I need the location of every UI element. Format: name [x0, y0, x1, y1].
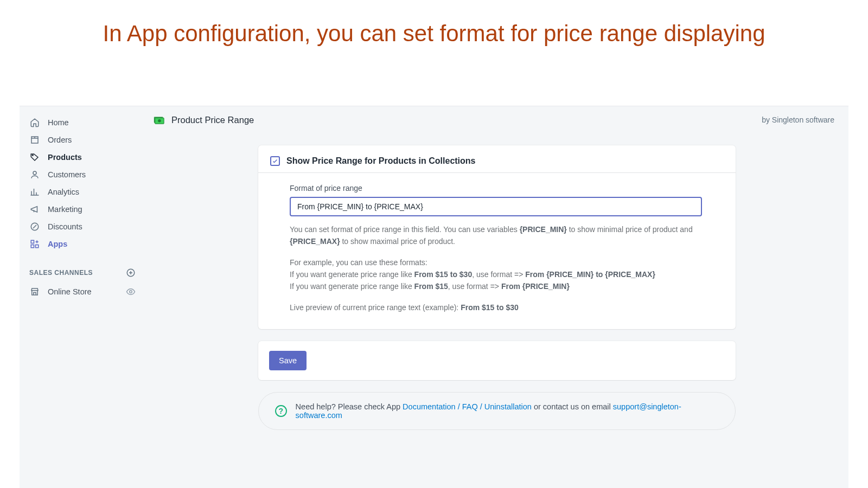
marketing-icon: [29, 204, 40, 215]
section-label: SALES CHANNELS: [29, 269, 93, 277]
sidebar: Home Orders Products Customers: [20, 106, 145, 488]
sidebar-item-online-store[interactable]: Online Store: [25, 282, 140, 301]
app-frame: Home Orders Products Customers: [20, 106, 848, 488]
page-headline: In App configuration, you can set format…: [0, 0, 868, 59]
svg-rect-4: [36, 245, 39, 248]
online-store-icon: [29, 286, 40, 297]
sidebar-item-label: Products: [48, 153, 82, 162]
app-title: Product Price Range: [171, 115, 254, 125]
format-help-text: You can set format of price range in thi…: [290, 224, 702, 314]
save-card: Save: [258, 341, 736, 380]
sidebar-item-label: Marketing: [48, 205, 82, 214]
format-input[interactable]: [290, 197, 702, 216]
sidebar-item-products[interactable]: Products: [25, 149, 140, 166]
svg-point-0: [32, 155, 33, 156]
help-text-prefix: Need help? Please check App: [296, 402, 403, 411]
sidebar-item-home[interactable]: Home: [25, 114, 140, 131]
sidebar-item-label: Home: [48, 118, 69, 127]
svg-point-10: [158, 119, 161, 123]
sidebar-item-label: Customers: [48, 170, 86, 179]
config-card-title: Show Price Range for Products in Collect…: [286, 156, 476, 166]
format-field-label: Format of price range: [290, 184, 725, 192]
sidebar-item-analytics[interactable]: Analytics: [25, 183, 140, 201]
save-button[interactable]: Save: [269, 351, 307, 370]
main-area: Product Price Range by Singleton softwar…: [145, 106, 848, 488]
help-bar: ? Need help? Please check App Documentat…: [258, 392, 736, 430]
help-text-middle: or contact us on email: [532, 402, 613, 411]
svg-rect-3: [31, 240, 34, 243]
products-icon: [29, 152, 40, 163]
app-by: by Singleton software: [762, 115, 834, 124]
sidebar-item-orders[interactable]: Orders: [25, 131, 140, 149]
sidebar-item-apps[interactable]: Apps: [25, 235, 140, 253]
sidebar-item-label: Discounts: [48, 222, 82, 231]
svg-point-1: [33, 171, 36, 175]
money-icon: [153, 114, 165, 126]
add-channel-button[interactable]: [126, 268, 136, 278]
customers-icon: [29, 169, 40, 180]
analytics-icon: [29, 187, 40, 197]
show-price-range-checkbox[interactable]: [270, 156, 280, 166]
discounts-icon: [29, 221, 40, 232]
apps-icon: [29, 239, 40, 249]
sidebar-item-label: Apps: [48, 240, 67, 248]
svg-rect-5: [31, 245, 34, 248]
app-bar: Product Price Range by Singleton softwar…: [145, 106, 848, 132]
sidebar-item-marketing[interactable]: Marketing: [25, 201, 140, 218]
config-card: Show Price Range for Products in Collect…: [258, 145, 736, 329]
svg-point-7: [130, 291, 132, 293]
channel-label: Online Store: [48, 287, 92, 296]
documentation-link[interactable]: Documentation / FAQ / Uninstallation: [403, 402, 532, 411]
sidebar-item-label: Analytics: [48, 188, 79, 196]
help-icon: ?: [275, 405, 287, 417]
sidebar-item-discounts[interactable]: Discounts: [25, 218, 140, 235]
home-icon: [29, 117, 40, 128]
orders-icon: [29, 134, 40, 145]
view-store-icon[interactable]: [126, 287, 136, 297]
sales-channels-header: SALES CHANNELS: [25, 268, 140, 278]
sidebar-item-label: Orders: [48, 136, 72, 144]
sidebar-item-customers[interactable]: Customers: [25, 166, 140, 183]
